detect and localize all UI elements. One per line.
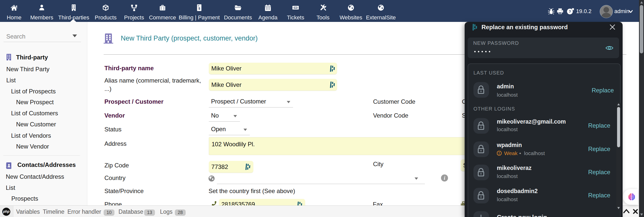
svg-text:?: ? xyxy=(569,9,571,14)
svg-text:$: $ xyxy=(198,7,200,10)
